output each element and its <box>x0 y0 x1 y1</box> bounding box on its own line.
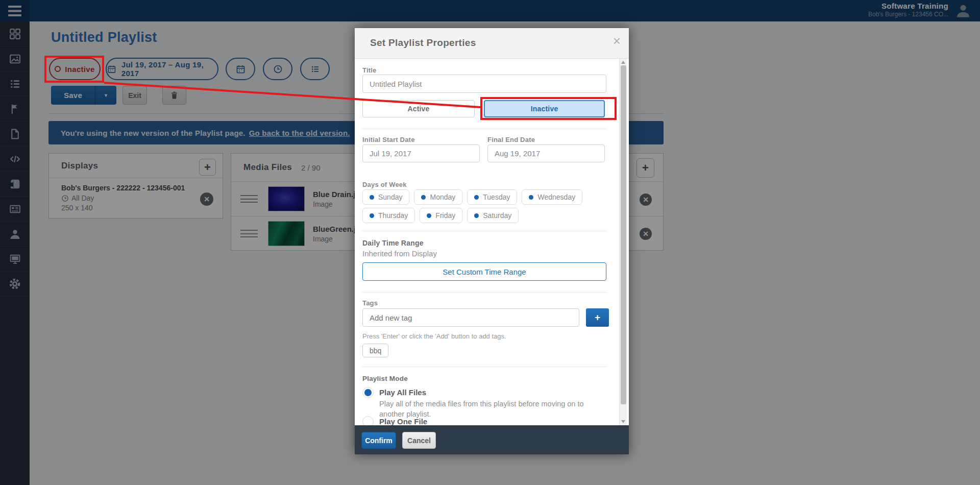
play-all-files-label: Play All Files <box>379 388 426 397</box>
modal-title: Set Playlist Properties <box>370 37 476 48</box>
active-label: Active <box>407 105 429 113</box>
start-date-input[interactable] <box>362 144 480 162</box>
tag-item-bbq[interactable]: bbq <box>362 344 388 357</box>
modal-divider <box>362 367 606 367</box>
day-pill-thursday[interactable]: Thursday <box>362 208 415 223</box>
radio-selected-icon <box>364 389 372 396</box>
add-tag-input[interactable] <box>362 308 579 327</box>
selected-dot-icon <box>370 213 374 218</box>
selected-dot-icon <box>474 195 479 200</box>
modal-divider <box>362 129 606 129</box>
play-all-files-description: Play all of the media files from this pl… <box>379 399 599 419</box>
inactive-label: Inactive <box>531 105 558 113</box>
selected-dot-icon <box>427 213 431 218</box>
close-icon: × <box>613 33 621 48</box>
modal-scrollbar[interactable] <box>619 59 627 425</box>
radio-play-all-files[interactable] <box>362 387 374 398</box>
day-pill-friday[interactable]: Friday <box>420 208 462 223</box>
day-pill-sunday[interactable]: Sunday <box>362 189 409 205</box>
end-date-label: Final End Date <box>487 136 535 143</box>
tags-label: Tags <box>362 299 378 307</box>
cancel-button[interactable]: Cancel <box>402 432 436 449</box>
scroll-down-icon[interactable] <box>621 420 625 423</box>
add-tag-button[interactable]: + <box>586 308 609 327</box>
confirm-button[interactable]: Confirm <box>361 432 396 449</box>
modal-header: Set Playlist Properties × <box>355 28 629 59</box>
day-pill-saturday[interactable]: Saturday <box>467 208 519 223</box>
modal-divider <box>362 292 606 293</box>
day-pill-tuesday[interactable]: Tuesday <box>467 189 517 205</box>
selected-dot-icon <box>529 195 533 200</box>
screen: Software Training Bob's Burgers - 123456… <box>0 0 980 485</box>
scrollbar-thumb[interactable] <box>621 65 626 404</box>
inactive-toggle-button[interactable]: Inactive <box>484 100 605 117</box>
selected-dot-icon <box>474 213 479 218</box>
set-playlist-properties-modal: Set Playlist Properties × Title Active I… <box>355 28 629 454</box>
play-one-file-label: Play One File <box>379 417 427 426</box>
plus-icon: + <box>595 312 600 323</box>
scroll-up-icon[interactable] <box>621 61 625 64</box>
title-field-label: Title <box>362 66 377 74</box>
start-date-label: Initial Start Date <box>362 136 415 143</box>
playlist-mode-label: Playlist Mode <box>362 375 408 382</box>
active-toggle-button[interactable]: Active <box>362 100 475 117</box>
days-of-week-label: Days of Week <box>362 181 407 188</box>
set-custom-time-range-button[interactable]: Set Custom Time Range <box>362 262 606 281</box>
modal-footer: Confirm Cancel <box>355 425 629 454</box>
selected-dot-icon <box>370 195 374 200</box>
playlist-title-input[interactable] <box>362 75 606 93</box>
time-range-value: Inherited from Display <box>362 249 437 258</box>
tags-hint: Press 'Enter' or click the 'Add' button … <box>362 332 506 340</box>
day-pill-monday[interactable]: Monday <box>414 189 462 205</box>
day-pill-wednesday[interactable]: Wednesday <box>522 189 582 205</box>
end-date-input[interactable] <box>487 144 605 162</box>
modal-close-button[interactable]: × <box>613 34 621 47</box>
daily-time-range-label: Daily Time Range <box>362 239 424 247</box>
selected-dot-icon <box>421 195 426 200</box>
modal-divider <box>362 231 606 231</box>
